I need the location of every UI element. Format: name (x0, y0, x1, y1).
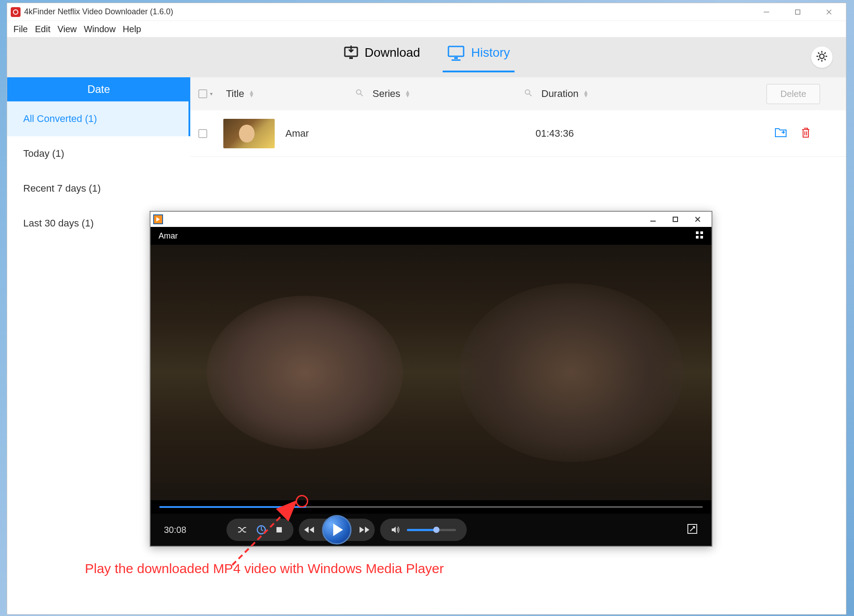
close-button[interactable] (820, 5, 838, 19)
control-group-left (226, 519, 293, 541)
tab-download[interactable]: Download (343, 45, 420, 70)
maximize-button[interactable] (789, 5, 807, 19)
player-progress-area (151, 500, 712, 514)
annotation-text: Play the downloaded MP4 video with Windo… (85, 561, 444, 576)
select-all-checkbox[interactable] (198, 89, 207, 98)
menubar: File Edit View Window Help (7, 21, 846, 37)
column-series-label: Series (373, 88, 400, 100)
stop-button[interactable] (276, 526, 283, 533)
player-header: Amar (151, 227, 712, 245)
menu-help[interactable]: Help (123, 24, 141, 34)
svg-point-10 (356, 90, 361, 94)
menu-window[interactable]: Window (84, 24, 116, 34)
fullscreen-button[interactable] (687, 523, 698, 536)
sort-icon: ▲▼ (249, 90, 255, 97)
settings-button[interactable] (811, 46, 833, 68)
app-icon (11, 7, 21, 17)
player-minimize-button[interactable] (642, 213, 664, 226)
download-icon (343, 45, 359, 61)
trash-icon[interactable] (800, 127, 811, 140)
chevron-down-icon[interactable]: ▾ (210, 91, 213, 97)
sort-icon: ▲▼ (405, 90, 410, 97)
svg-rect-21 (700, 236, 703, 239)
svg-rect-20 (696, 236, 699, 239)
annotation-circle (296, 495, 308, 507)
svg-rect-1 (795, 10, 800, 14)
time-display: 30:08 (164, 525, 226, 535)
svg-rect-23 (276, 527, 282, 532)
svg-rect-8 (452, 59, 460, 61)
row-duration: 01:43:36 (536, 128, 678, 139)
svg-point-9 (820, 54, 824, 59)
play-icon (333, 524, 343, 536)
table-header: ▾ Title ▲▼ Series ▲▼ Duration ▲▼ (190, 77, 846, 110)
sidebar-item-label: Recent 7 days (1) (23, 183, 101, 194)
column-series[interactable]: Series ▲▼ (373, 88, 524, 100)
player-controls: 30:08 (151, 514, 712, 546)
menu-file[interactable]: File (13, 24, 28, 34)
svg-rect-5 (349, 57, 353, 59)
column-duration-label: Duration (541, 88, 578, 100)
titlebar-text: 4kFinder Netflix Video Downloader (1.6.0… (24, 7, 758, 17)
svg-rect-15 (673, 217, 678, 222)
svg-rect-18 (696, 231, 699, 234)
gear-icon (815, 50, 829, 65)
tab-history-label: History (471, 46, 510, 60)
window-controls (758, 5, 842, 19)
titlebar: 4kFinder Netflix Video Downloader (1.6.0… (7, 3, 846, 21)
open-folder-icon[interactable] (774, 127, 787, 140)
svg-rect-6 (448, 46, 464, 56)
player-maximize-button[interactable] (664, 213, 687, 226)
sidebar-item-all-converted[interactable]: All Converted (1) (7, 101, 190, 136)
player-video-area[interactable] (151, 245, 712, 500)
column-title-label: Title (226, 88, 244, 100)
toolbar-tabs: Download History (343, 45, 510, 70)
volume-handle (433, 527, 440, 533)
svg-rect-7 (454, 57, 458, 59)
minimize-button[interactable] (758, 5, 775, 19)
shuffle-button[interactable] (237, 525, 247, 534)
sidebar-item-label: Today (1) (23, 148, 64, 159)
sidebar-item-label: All Converted (1) (23, 113, 97, 125)
tab-download-label: Download (364, 46, 420, 60)
volume-icon[interactable] (391, 525, 401, 534)
volume-fill (407, 529, 436, 531)
sidebar-header: Date (7, 77, 190, 101)
control-group-volume (380, 519, 467, 541)
sidebar-item-label: Last 30 days (1) (23, 218, 94, 229)
tab-history[interactable]: History (447, 45, 510, 70)
search-icon[interactable] (524, 89, 532, 99)
menu-view[interactable]: View (58, 24, 77, 34)
volume-slider[interactable] (407, 529, 456, 531)
svg-rect-19 (700, 231, 703, 234)
history-icon (447, 45, 466, 61)
media-player-window: Amar 30:08 (150, 211, 712, 547)
sidebar-item-today[interactable]: Today (1) (7, 136, 190, 171)
row-checkbox[interactable] (198, 129, 207, 138)
progress-slider[interactable] (159, 506, 703, 508)
svg-line-13 (529, 94, 532, 96)
progress-fill (159, 506, 306, 508)
video-thumbnail[interactable] (223, 119, 275, 148)
column-duration[interactable]: Duration ▲▼ (541, 88, 684, 100)
next-button[interactable] (359, 526, 370, 534)
play-button[interactable] (322, 515, 352, 545)
search-icon[interactable] (356, 89, 364, 99)
player-title: Amar (159, 231, 178, 241)
menu-edit[interactable]: Edit (35, 24, 50, 34)
svg-point-12 (525, 90, 530, 94)
player-close-button[interactable] (687, 213, 709, 226)
row-actions (774, 127, 811, 140)
view-mode-icon[interactable] (695, 231, 703, 241)
delete-button[interactable]: Delete (766, 84, 820, 104)
column-title[interactable]: Title ▲▼ (226, 88, 356, 100)
table-row: Amar 01:43:36 (190, 110, 846, 157)
toolbar: Download History (7, 37, 846, 77)
previous-button[interactable] (303, 526, 315, 534)
repeat-button[interactable] (256, 524, 267, 535)
sidebar-item-recent-7-days[interactable]: Recent 7 days (1) (7, 171, 190, 206)
wmp-icon (153, 214, 163, 224)
svg-line-11 (360, 94, 363, 96)
row-title: Amar (285, 128, 384, 139)
player-titlebar[interactable] (151, 212, 712, 227)
